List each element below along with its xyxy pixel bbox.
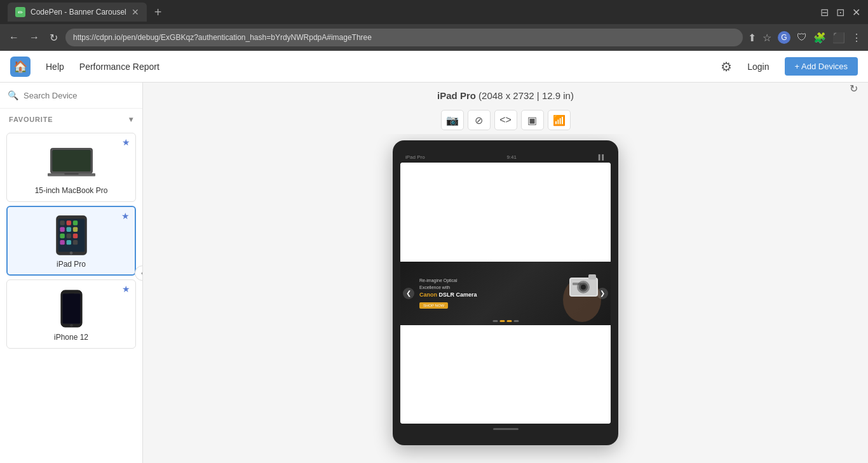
star-icon[interactable]: ★ <box>122 137 130 147</box>
screenshot-button[interactable]: 📷 <box>441 110 464 130</box>
app-header-right: ⚙ Login + Add Devices <box>721 57 858 76</box>
code-button[interactable]: <> <box>494 110 517 130</box>
svg-rect-17 <box>66 240 71 245</box>
app-header: 🏠 Help Performance Report ⚙ Login + Add … <box>0 51 868 83</box>
bookmark-icon[interactable]: ☆ <box>763 32 771 44</box>
svg-rect-15 <box>72 233 77 238</box>
svg-rect-8 <box>66 220 71 225</box>
ipad-screen: ❮ Re-imagine Optical Excellence with Can… <box>400 163 611 424</box>
svg-rect-7 <box>60 220 64 225</box>
browser-toolbar: ← → ↻ https://cdpn.io/pen/debug/ExGBKqz?… <box>0 24 868 51</box>
dot-3[interactable] <box>506 320 512 322</box>
browser-tab[interactable]: ✏ CodePen - Banner Carousel ✕ <box>8 3 147 22</box>
svg-rect-4 <box>64 173 79 175</box>
device-image <box>46 215 97 256</box>
device-name: iPhone 12 <box>54 333 88 343</box>
device-card-iphone[interactable]: ★ iPhone 12 <box>6 279 136 349</box>
share-icon[interactable]: ⬆ <box>748 32 756 44</box>
close-icon[interactable]: ✕ <box>852 6 860 18</box>
device-image <box>46 288 97 329</box>
carousel-banner: ❮ Re-imagine Optical Excellence with Can… <box>400 262 611 325</box>
section-header: FAVOURITE ▾ <box>0 109 142 128</box>
dot-1[interactable] <box>492 320 498 322</box>
record-button[interactable]: ▣ <box>521 110 544 130</box>
carousel-next-button[interactable]: ❯ <box>597 288 608 299</box>
url-text: https://cdpn.io/pen/debug/ExGBKqz?authen… <box>73 33 372 42</box>
network-button[interactable]: 📶 <box>548 110 571 130</box>
forward-button[interactable]: → <box>27 29 42 46</box>
dot-4[interactable] <box>513 320 519 322</box>
sidebar: 🔍 FAVOURITE ▾ ★ <box>0 83 143 463</box>
carousel-content: Re-imagine Optical Excellence with Canon… <box>400 278 611 309</box>
address-bar[interactable]: https://cdpn.io/pen/debug/ExGBKqz?authen… <box>65 29 743 46</box>
svg-rect-11 <box>66 227 71 231</box>
star-icon[interactable]: ★ <box>121 211 130 221</box>
browser-toolbar-actions: ⬆ ☆ G 🛡 🧩 ⬛ ⋮ <box>748 31 862 44</box>
search-input[interactable] <box>24 91 135 100</box>
profile-icon[interactable]: G <box>778 31 790 44</box>
app-logo: 🏠 <box>10 57 31 77</box>
ipad-frame: iPad Pro 9:41 ▌▌ ❮ <box>393 140 618 445</box>
help-link[interactable]: Help <box>46 62 64 72</box>
shield-icon[interactable]: 🛡 <box>797 32 807 43</box>
device-header: iPad Pro (2048 x 2732 | 12.9 in) <box>143 83 868 106</box>
search-icon: 🔍 <box>8 90 18 100</box>
tab-favicon: ✏ <box>15 7 25 17</box>
settings-icon[interactable]: ⚙ <box>721 59 732 74</box>
maximize-icon[interactable]: ⊡ <box>836 6 844 18</box>
minimize-icon[interactable]: ⊟ <box>820 6 829 18</box>
content-area: iPad Pro (2048 x 2732 | 12.9 in) 📷 ⊘ <> … <box>143 83 868 463</box>
svg-point-24 <box>70 324 73 327</box>
sidebar-toggle-icon[interactable]: ⬛ <box>832 32 845 44</box>
dot-2[interactable] <box>499 320 505 322</box>
carousel-prev-button[interactable]: ❮ <box>403 288 414 299</box>
carousel-dots <box>492 320 519 322</box>
back-button[interactable]: ← <box>6 29 22 46</box>
section-label: FAVOURITE <box>9 116 53 123</box>
browser-title-bar: ✏ CodePen - Banner Carousel ✕ + ⊟ ⊡ ✕ <box>0 0 868 24</box>
login-button[interactable]: Login <box>740 58 776 76</box>
svg-rect-16 <box>60 240 64 245</box>
no-fit-button[interactable]: ⊘ <box>468 110 491 130</box>
device-preview: iPad Pro 9:41 ▌▌ ❮ <box>143 134 868 463</box>
device-card-ipad[interactable]: ★ <box>6 206 136 276</box>
new-tab-button[interactable]: + <box>154 5 162 20</box>
svg-rect-13 <box>60 233 64 238</box>
section-collapse-icon[interactable]: ▾ <box>129 115 133 124</box>
svg-rect-23 <box>62 293 80 323</box>
device-list: ★ 15-inch MacBook Pro ★ <box>0 128 142 463</box>
add-devices-button[interactable]: + Add Devices <box>785 57 858 76</box>
svg-rect-14 <box>66 233 71 238</box>
performance-report-link[interactable]: Performance Report <box>79 62 159 72</box>
svg-rect-2 <box>52 150 90 171</box>
shop-now-button[interactable]: SHOP NOW <box>419 302 448 309</box>
carousel-brand: Canon <box>419 292 437 298</box>
extensions-icon[interactable]: 🧩 <box>813 32 826 44</box>
tab-close-icon[interactable]: ✕ <box>132 7 139 17</box>
device-name: 15-inch MacBook Pro <box>35 186 108 196</box>
device-image <box>46 141 97 182</box>
svg-rect-10 <box>60 227 64 231</box>
carousel-product: DSLR Camera <box>439 292 477 298</box>
refresh-button[interactable]: ↻ <box>47 29 60 46</box>
star-icon[interactable]: ★ <box>122 284 130 294</box>
svg-point-19 <box>69 252 72 255</box>
menu-icon[interactable]: ⋮ <box>851 32 862 44</box>
device-toolbar: 📷 ⊘ <> ▣ 📶 <box>143 106 868 134</box>
search-box: 🔍 <box>0 83 142 109</box>
window-controls: ⊟ ⊡ ✕ <box>820 6 860 18</box>
main-layout: 🔍 FAVOURITE ▾ ★ <box>0 83 868 463</box>
device-name: iPad Pro <box>57 260 86 270</box>
carousel-line1: Re-imagine Optical <box>419 278 592 285</box>
carousel-line2: Excellence with <box>419 285 592 292</box>
svg-rect-9 <box>72 220 77 225</box>
svg-rect-12 <box>72 227 77 231</box>
svg-rect-18 <box>72 240 77 245</box>
device-card-macbook[interactable]: ★ 15-inch MacBook Pro <box>6 133 136 202</box>
device-title: iPad Pro (2048 x 2732 | 12.9 in) <box>156 90 855 101</box>
tab-title: CodePen - Banner Carousel <box>31 8 126 17</box>
